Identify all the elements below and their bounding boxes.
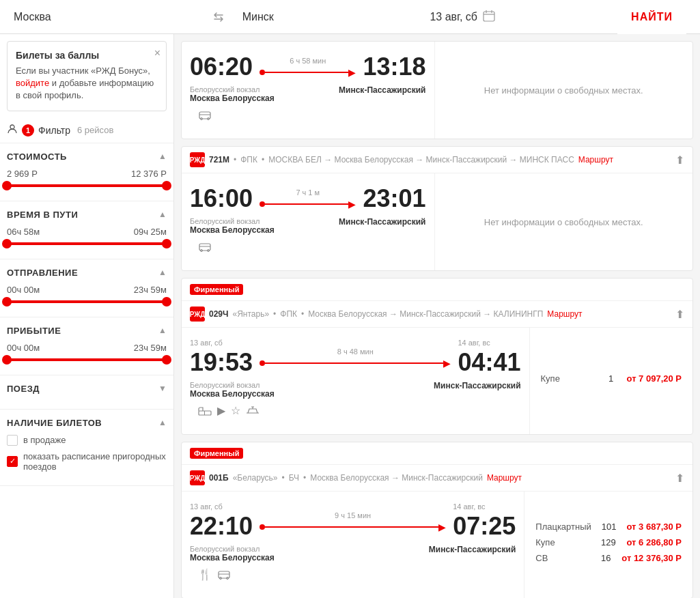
train-card-4-body: 13 авг, сб 22:10 9 ч 15 мин ▶ <box>182 492 692 598</box>
train-1-route-line: 6 ч 58 мин ▶ <box>260 57 356 78</box>
train-3-arrive-date: 14 авг, вс <box>458 339 520 347</box>
chevron-up-icon: ▲ <box>158 152 167 161</box>
filter-section-arrival-header[interactable]: ПРИБЫТИЕ ▲ <box>7 326 167 336</box>
arrival-slider[interactable] <box>7 358 167 361</box>
filter-section-cost: СТОИМОСТЬ ▲ 2 969 Р 12 376 Р <box>0 143 173 201</box>
cost-min: 2 969 Р <box>7 169 38 179</box>
arrival-thumb-right[interactable] <box>162 355 171 365</box>
train-1-arrive-station: Минск-Пассажирский <box>339 85 425 103</box>
travel-time-thumb-right[interactable] <box>162 239 171 248</box>
checkbox-on-sale[interactable]: в продаже <box>7 435 167 446</box>
train-3-amenities: ▶ ☆ <box>190 399 521 426</box>
price-seats-platzkart: 101 <box>599 522 619 532</box>
share-icon-3[interactable]: ⬆ <box>675 308 684 321</box>
departure-thumb-left[interactable] <box>2 297 12 307</box>
departure-min: 00ч 00м <box>7 285 40 295</box>
chevron-down-icon: ▼ <box>158 384 167 393</box>
route-dash-2 <box>265 203 348 205</box>
svg-rect-14 <box>204 411 205 415</box>
train-card-2-body: 16:00 7 ч 1 м ▶ 23:01 <box>182 173 692 270</box>
swap-icon[interactable] <box>201 10 236 24</box>
filter-section-train-header[interactable]: ПОЕЗД ▼ <box>7 384 167 394</box>
depart-name: Москва Белорусская <box>190 94 275 103</box>
train-4-number: 001Б <box>209 473 229 483</box>
train-card-2: РЖД 721М • ФПК • МОСКВА БЕЛ → Москва Бел… <box>181 146 693 271</box>
share-icon-4[interactable]: ⬆ <box>675 472 684 485</box>
chevron-up-icon-4: ▲ <box>158 326 167 335</box>
train-4-depart-date: 13 авг, сб <box>190 502 253 511</box>
train-3-stations: Белорусский вокзал Москва Белорусская Ми… <box>190 381 521 399</box>
train-2-route-line: 7 ч 1 м ▶ <box>260 188 356 210</box>
close-icon[interactable]: × <box>154 47 160 59</box>
main-layout: Билеты за баллы Если вы участник «РЖД Бо… <box>0 34 700 598</box>
departure-thumb-right[interactable] <box>162 297 171 307</box>
filter-section-tickets: НАЛИЧИЕ БИЛЕТОВ ▲ в продаже ✓ показать р… <box>0 410 173 486</box>
train-1-times-row: 06:20 6 ч 58 мин ▶ 13:18 <box>190 53 426 81</box>
train-2-arrow: ▶ <box>260 199 356 210</box>
depart-name-3: Москва Белорусская <box>190 389 275 399</box>
checkbox-on-sale-box[interactable] <box>7 435 18 446</box>
route-dot-3 <box>260 360 265 366</box>
train-2-number: 721М <box>209 155 229 165</box>
bonus-link[interactable]: войдите <box>16 78 49 88</box>
filter-travel-time-title: ВРЕМЯ В ПУТИ <box>7 210 78 220</box>
search-button[interactable]: НАЙТИ <box>617 0 686 34</box>
train-3-route-link[interactable]: Маршрут <box>547 309 582 319</box>
checkbox-suburban-label: показать расписание пригородных поездов <box>23 451 167 472</box>
price-amount-sv-4: от 12 376,30 Р <box>621 553 682 563</box>
price-row-kupé-3[interactable]: Купе 1 от 7 097,20 Р <box>541 373 682 384</box>
cost-slider-thumb-right[interactable] <box>162 181 171 190</box>
header-date[interactable]: 13 авг, сб <box>430 10 617 25</box>
train-2-depart-station: Белорусский вокзал Москва Белорусская <box>190 217 275 235</box>
train-1-depart-station: Белорусский вокзал Москва Белорусская <box>190 85 275 103</box>
filter-cost-range: 2 969 Р 12 376 Р <box>7 169 167 179</box>
filter-section-tickets-header[interactable]: НАЛИЧИЕ БИЛЕТОВ ▲ <box>7 418 167 428</box>
calendar-icon[interactable] <box>483 10 495 25</box>
train-2-operator: ФПК <box>240 155 257 165</box>
train-3-pricing: Купе 1 от 7 097,20 Р <box>529 328 692 434</box>
checkbox-suburban-box[interactable]: ✓ <box>7 456 18 467</box>
depart-name-2: Москва Белорусская <box>190 225 275 235</box>
train-3-number: 029Ч <box>209 309 228 319</box>
train-4-dot2: • <box>303 473 306 483</box>
train-icon <box>198 109 212 125</box>
price-row-sv-4[interactable]: СВ 16 от 12 376,30 Р <box>535 553 682 563</box>
train-2-depart: 16:00 <box>190 184 253 213</box>
cost-slider[interactable] <box>7 184 167 187</box>
filter-departure-title: ОТПРАВЛЕНИЕ <box>7 268 78 278</box>
train-4-duration: 9 ч 15 мин <box>335 511 371 519</box>
header-to[interactable]: Минск <box>236 11 430 23</box>
header-from[interactable]: Москва <box>14 11 201 23</box>
filter-section-cost-header[interactable]: СТОИМОСТЬ ▲ <box>7 152 167 162</box>
train-card-3-body: 13 авг, сб 19:53 8 ч 48 мин ▶ <box>182 328 692 434</box>
train-4-route-link[interactable]: Маршрут <box>487 473 522 483</box>
price-amount-platzkart: от 3 687,30 Р <box>627 522 682 532</box>
price-amount-3: от 7 097,20 Р <box>627 373 682 384</box>
train-4-arrive-date: 14 авг, вс <box>453 502 516 511</box>
departure-slider[interactable] <box>7 300 167 303</box>
price-row-platzkart[interactable]: Плацкартный 101 от 3 687,30 Р <box>535 522 682 532</box>
train-1-times: 06:20 6 ч 58 мин ▶ 13:18 <box>182 42 434 139</box>
share-icon-2[interactable]: ⬆ <box>675 154 684 167</box>
train-4-meta: Фирменный <box>182 442 692 465</box>
travel-time-slider[interactable] <box>7 242 167 245</box>
price-row-kupe-4[interactable]: Купе 129 от 6 286,80 Р <box>535 537 682 547</box>
cost-slider-thumb-left[interactable] <box>2 181 12 190</box>
filter-section-travel-time-header[interactable]: ВРЕМЯ В ПУТИ ▲ <box>7 210 167 220</box>
train-2-route-link[interactable]: Маршрут <box>578 155 613 165</box>
arrow-icon-2: ▶ <box>348 199 356 210</box>
filter-label[interactable]: Фильтр <box>38 125 70 136</box>
svg-point-4 <box>10 125 14 129</box>
cost-max: 12 376 Р <box>131 169 167 179</box>
filter-cost-title: СТОИМОСТЬ <box>7 152 67 162</box>
price-seats-sv-4: 16 <box>596 553 616 563</box>
checkbox-suburban[interactable]: ✓ показать расписание пригородных поездо… <box>7 451 167 472</box>
arrival-thumb-left[interactable] <box>2 355 12 365</box>
filter-section-departure-header[interactable]: ОТПРАВЛЕНИЕ ▲ <box>7 268 167 278</box>
arrive-name: Минск-Пассажирский <box>339 85 425 95</box>
travel-time-thumb-left[interactable] <box>2 239 12 248</box>
price-seats-3: 1 <box>601 373 621 384</box>
rzd-icon-3: РЖД <box>190 307 205 322</box>
price-class-sv-4: СВ <box>535 553 590 563</box>
chevron-up-icon-2: ▲ <box>158 210 167 219</box>
